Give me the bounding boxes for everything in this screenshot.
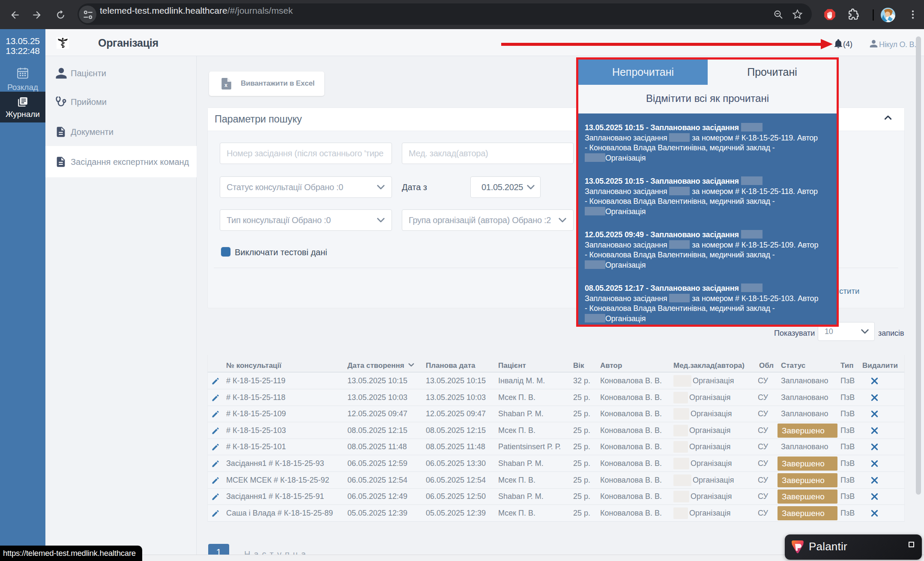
svg-text:x: x (224, 82, 227, 88)
